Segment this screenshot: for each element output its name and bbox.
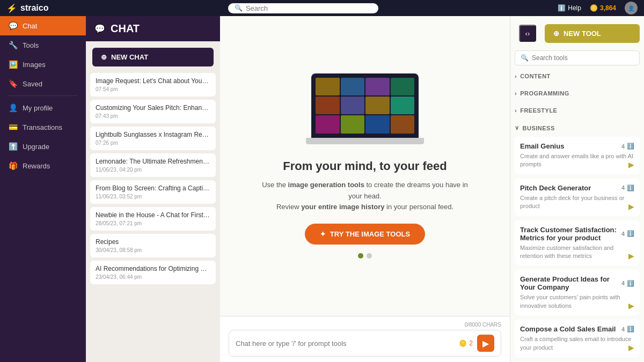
laptop-screen: [311, 73, 419, 138]
tool-rating: 4 ℹ️: [621, 143, 634, 150]
new-chat-button[interactable]: ⊕ NEW CHAT: [92, 48, 214, 67]
sidebar-item-saved[interactable]: 🔖 Saved: [0, 74, 86, 93]
chat-item-time: 30/04/23, 08:58 pm: [96, 247, 210, 253]
screen-thumbnail: [391, 115, 415, 133]
category-label: FREESTYLE: [520, 107, 557, 114]
chat-item[interactable]: Lightbulb Sunglasses x Instagram Reel: T…: [90, 127, 216, 150]
screen-thumbnail: [316, 78, 340, 95]
chat-item-time: 07:26 pm: [96, 140, 210, 146]
tools-collapse-button[interactable]: ‹›: [519, 25, 536, 42]
sidebar-item-rewards[interactable]: 🎁 Rewards: [0, 156, 86, 175]
star-icon: ℹ️: [627, 280, 634, 287]
topbar-right: ℹ️ Help 🪙 3,864 👤: [558, 2, 638, 14]
sidebar-label-rewards: Rewards: [23, 162, 50, 170]
category-label: PROGRAMMING: [520, 90, 569, 97]
laptop-visual: [306, 73, 424, 149]
sidebar-label-saved: Saved: [23, 80, 42, 88]
chat-input-row: 🪙 2 ▶: [229, 330, 501, 357]
sidebar-item-transactions[interactable]: 💳 Transactions: [0, 117, 86, 137]
tool-card-email-genius: Email Genius 4 ℹ️ Create and answer emai…: [515, 137, 640, 174]
dot-2[interactable]: [367, 253, 372, 258]
run-tool-arrow[interactable]: ▶: [628, 160, 634, 169]
sidebar-divider: [9, 95, 77, 96]
rewards-icon: 🎁: [9, 161, 17, 170]
tool-card-header: Generate Product Ideas for Your Company …: [520, 275, 634, 291]
laptop-base: [306, 138, 424, 144]
chat-item[interactable]: Customizing Your Sales Pitch: Enhancing …: [90, 100, 216, 123]
tool-card-header: Track Customer Satisfaction: Metrics for…: [520, 226, 634, 242]
tool-card-title: Compose a Cold Sales Email: [520, 325, 621, 333]
screen-thumbnail: [391, 97, 415, 114]
tool-card-title: Track Customer Satisfaction: Metrics for…: [520, 226, 621, 242]
sidebar-item-chat[interactable]: 💬 Chat: [0, 16, 86, 35]
tool-card-pitch-deck: Pitch Deck Generator 4 ℹ️ Create a pitch…: [515, 179, 640, 216]
plus-icon-tool: ⊕: [553, 29, 559, 38]
sidebar-label-upgrade: Upgrade: [23, 143, 49, 151]
tool-rating: 4 ℹ️: [621, 230, 634, 237]
tool-card-title: Email Genius: [520, 142, 621, 150]
chat-item-title: From Blog to Screen: Crafting a Captivat…: [96, 184, 210, 192]
category-freestyle[interactable]: › FREESTYLE: [510, 104, 644, 117]
chat-input[interactable]: [236, 339, 455, 348]
chat-item[interactable]: Recipes 30/04/23, 08:58 pm: [90, 234, 216, 257]
sidebar-label-profile: My profile: [23, 104, 53, 112]
send-button[interactable]: ▶: [477, 335, 494, 352]
chat-item-title: Newbie in the House - A Chat for First-T…: [96, 211, 210, 219]
run-tool-arrow[interactable]: ▶: [628, 343, 634, 352]
chat-item[interactable]: From Blog to Screen: Crafting a Captivat…: [90, 180, 216, 204]
run-tool-arrow[interactable]: ▶: [628, 301, 634, 310]
tool-card-generate-ideas: Generate Product Ideas for Your Company …: [515, 270, 640, 315]
category-label: CONTENT: [520, 73, 551, 79]
tool-card-desc: Maximize customer satisfaction and reten…: [520, 244, 634, 261]
chat-item-time: 11/06/23, 03:52 pm: [96, 194, 210, 200]
tools-search-input[interactable]: [532, 54, 634, 62]
sidebar-item-tools[interactable]: 🔧 Tools: [0, 35, 86, 55]
tool-rating: 4 ℹ️: [621, 326, 634, 333]
chat-item[interactable]: Lemonade: The Ultimate Refreshment – Fro…: [90, 153, 216, 177]
chat-item-title: Lightbulb Sunglasses x Instagram Reel: T…: [96, 131, 210, 138]
category-business[interactable]: ∨ BUSINESS: [510, 121, 644, 135]
welcome-title: From your mind, to your feed: [283, 159, 447, 173]
main-layout: 💬 Chat 🔧 Tools 🖼️ Images 🔖 Saved 👤 My pr…: [0, 16, 644, 362]
chat-item-title: Customizing Your Sales Pitch: Enhancing …: [96, 104, 210, 112]
try-image-tools-button[interactable]: ✦ TRY THE IMAGE TOOLS: [305, 224, 425, 245]
coin-icon: 🪙: [590, 4, 598, 12]
run-tool-arrow[interactable]: ▶: [628, 202, 634, 211]
category-programming[interactable]: › PROGRAMMING: [510, 87, 644, 100]
tool-card-header: Pitch Deck Generator 4 ℹ️: [520, 184, 634, 192]
tool-card-desc: Create a pitch deck for your business or…: [520, 194, 634, 211]
sidebar-item-profile[interactable]: 👤 My profile: [0, 98, 86, 117]
help-button[interactable]: ℹ️ Help: [558, 4, 581, 12]
logo-icon: ⚡: [6, 3, 17, 13]
chat-item[interactable]: AI Recommendations for Optimizing Video …: [90, 261, 216, 284]
main-content: From your mind, to your feed Use the ima…: [220, 16, 510, 362]
chevron-down-icon: ∨: [515, 124, 519, 131]
star-icon: ℹ️: [627, 143, 634, 150]
search-bar[interactable]: 🔍: [228, 3, 378, 13]
category-content[interactable]: › CONTENT: [510, 70, 644, 83]
sidebar-label-chat: Chat: [23, 22, 37, 30]
star-icon: ℹ️: [627, 184, 634, 191]
search-icon: 🔍: [235, 4, 243, 12]
logo: ⚡ straico: [6, 3, 48, 13]
tool-rating: 4 ℹ️: [621, 280, 634, 287]
dot-1[interactable]: [358, 253, 363, 258]
run-tool-arrow[interactable]: ▶: [628, 252, 634, 260]
screen-thumbnail: [341, 115, 365, 133]
topbar: ⚡ straico 🔍 ℹ️ Help 🪙 3,864 👤: [0, 0, 644, 16]
avatar[interactable]: 👤: [625, 2, 638, 14]
chat-item[interactable]: Newbie in the House - A Chat for First-T…: [90, 207, 216, 231]
search-input[interactable]: [246, 4, 372, 12]
credits-display: 🪙 3,864: [590, 4, 616, 12]
sidebar-item-images[interactable]: 🖼️ Images: [0, 55, 86, 74]
screen-thumbnail: [365, 115, 390, 133]
chat-item[interactable]: Image Request: Let's Chat about Your Vis…: [90, 73, 216, 97]
tool-card-cold-sales: Compose a Cold Sales Email 4 ℹ️ Craft a …: [515, 320, 640, 357]
sidebar-item-upgrade[interactable]: ⬆️ Upgrade: [0, 137, 86, 156]
chat-item-time: 07:54 pm: [96, 86, 210, 92]
chat-icon: 💬: [9, 21, 17, 30]
chevron-right-icon: ›: [515, 90, 517, 97]
tools-search[interactable]: 🔍: [515, 50, 640, 65]
chat-header: 💬 CHAT: [86, 16, 220, 41]
new-tool-button[interactable]: ⊕ NEW TOOL: [545, 24, 640, 43]
